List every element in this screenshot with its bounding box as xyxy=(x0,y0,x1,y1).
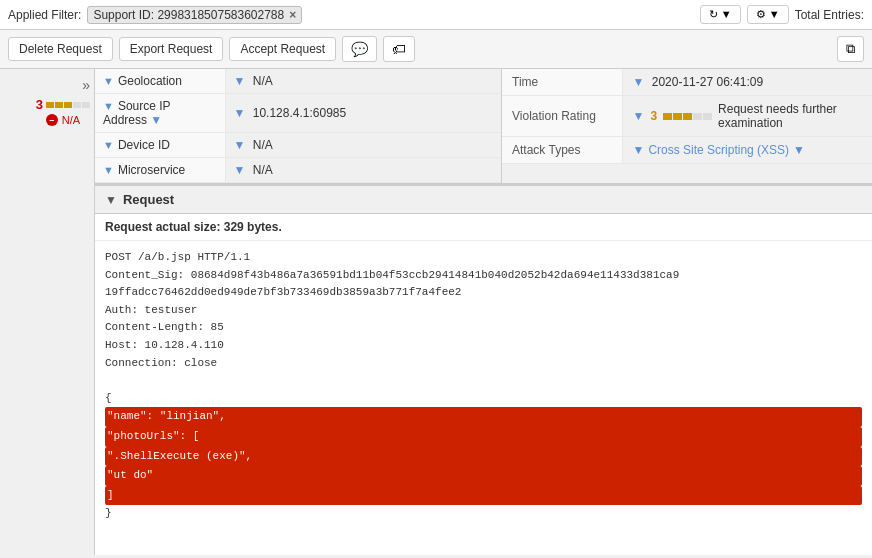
filter-icon[interactable]: ▼ xyxy=(103,75,114,87)
severity-number: 3 xyxy=(36,97,43,112)
attack-types-label: Attack Types xyxy=(502,137,622,164)
external-link-button[interactable]: ⧉ xyxy=(837,36,864,62)
bar-seg-2 xyxy=(55,102,63,108)
attack-types-row: Attack Types ▼ Cross Site Scripting (XSS… xyxy=(502,137,872,164)
filter-icon[interactable]: ▼ xyxy=(103,100,114,112)
time-row: Time ▼ 2020-11-27 06:41:09 xyxy=(502,69,872,96)
filter-label: Applied Filter: xyxy=(8,8,81,22)
vr-filter-icon[interactable]: ▼ xyxy=(633,109,645,123)
filter-active-icon[interactable]: ▼ xyxy=(234,163,246,177)
full-bottom: ▼ Request Request actual size: 329 bytes… xyxy=(95,184,872,555)
violation-rating-content: ▼ 3 Request needs fur xyxy=(633,102,863,130)
source-ip-value: ▼ 10.128.4.1:60985 xyxy=(225,94,501,133)
attack-types-text: Cross Site Scripting (XSS) xyxy=(648,143,789,157)
action-bar: Delete Request Export Request Accept Req… xyxy=(0,30,872,69)
severity-badge: 3 – N/A xyxy=(36,97,90,126)
vr-bar-3 xyxy=(683,113,692,120)
request-line-highlight: ".ShellExecute (exe)", xyxy=(105,447,862,467)
request-line: 19ffadcc76462dd0ed949de7bf3b733469db3859… xyxy=(105,284,862,302)
request-header[interactable]: ▼ Request xyxy=(95,186,872,214)
filter-bar: Applied Filter: Support ID: 299831850758… xyxy=(0,0,872,30)
time-value: ▼ 2020-11-27 06:41:09 xyxy=(622,69,872,96)
bar-seg-3 xyxy=(64,102,72,108)
request-size: Request actual size: 329 bytes. xyxy=(95,214,872,241)
attack-filter-icon[interactable]: ▼ xyxy=(633,143,645,157)
request-line: { xyxy=(105,390,862,408)
top-panels: ▼Geolocation ▼ N/A ▼Source IP Address ▼ xyxy=(95,69,872,184)
filter-active-icon[interactable]: ▼ xyxy=(234,138,246,152)
filter-value: Support ID: 2998318507583602788 xyxy=(93,8,284,22)
filter-tag: Support ID: 2998318507583602788 × xyxy=(87,6,302,24)
request-line-highlight: "ut do" xyxy=(105,466,862,486)
right-detail-table: Time ▼ 2020-11-27 06:41:09 Violation Rat… xyxy=(502,69,872,164)
violation-rating-label: Violation Rating xyxy=(502,96,622,137)
source-ip-dropdown-icon[interactable]: ▼ xyxy=(150,113,162,127)
flag-icon: ▼ xyxy=(234,74,246,88)
request-line-highlight: ] xyxy=(105,486,862,506)
request-section: ▼ Request Request actual size: 329 bytes… xyxy=(95,184,872,531)
severity-bars xyxy=(46,102,90,108)
refresh-button[interactable]: ↻ ▼ xyxy=(700,5,741,24)
request-collapse-icon: ▼ xyxy=(105,193,117,207)
settings-button[interactable]: ⚙ ▼ xyxy=(747,5,789,24)
expand-arrow-icon[interactable]: » xyxy=(82,77,90,93)
center-panel: ▼Geolocation ▼ N/A ▼Source IP Address ▼ xyxy=(95,69,502,183)
geolocation-label: ▼Geolocation xyxy=(95,69,225,94)
tag-button[interactable]: 🏷 xyxy=(383,36,415,62)
vr-bar-1 xyxy=(663,113,672,120)
request-line: Auth: testuser xyxy=(105,302,862,320)
request-line: Host: 10.128.4.110 xyxy=(105,337,862,355)
filter-bar-right: ↻ ▼ ⚙ ▼ Total Entries: xyxy=(700,5,864,24)
content-wrapper: ▼Geolocation ▼ N/A ▼Source IP Address ▼ xyxy=(95,69,872,555)
request-line: Content_Sig: 08684d98f43b486a7a36591bd11… xyxy=(105,267,862,285)
device-id-value: ▼ N/A xyxy=(225,133,501,158)
filter-close-icon[interactable]: × xyxy=(289,8,296,22)
vr-bars xyxy=(663,113,712,120)
attack-type-content: ▼ Cross Site Scripting (XSS) ▼ xyxy=(633,143,863,157)
right-panel: Time ▼ 2020-11-27 06:41:09 Violation Rat… xyxy=(502,69,872,183)
bar-seg-4 xyxy=(73,102,81,108)
filter-icon[interactable]: ▼ xyxy=(103,164,114,176)
vr-bar-2 xyxy=(673,113,682,120)
request-line: POST /a/b.jsp HTTP/1.1 xyxy=(105,249,862,267)
bar-seg-5 xyxy=(82,102,90,108)
request-line-highlight: "name": "linjian", xyxy=(105,407,862,427)
table-row: ▼Geolocation ▼ N/A xyxy=(95,69,501,94)
filter-active-icon[interactable]: ▼ xyxy=(234,106,246,120)
comment-button[interactable]: 💬 xyxy=(342,36,377,62)
table-row: ▼Source IP Address ▼ ▼ 10.128.4.1:60985 xyxy=(95,94,501,133)
filter-icon[interactable]: ▼ xyxy=(633,75,645,89)
request-line xyxy=(105,372,862,390)
violation-rating-value: ▼ 3 Request needs fur xyxy=(622,96,872,137)
table-row: ▼Device ID ▼ N/A xyxy=(95,133,501,158)
total-entries-label: Total Entries: xyxy=(795,8,864,22)
delete-request-button[interactable]: Delete Request xyxy=(8,37,113,61)
red-circle-icon: – xyxy=(46,114,58,126)
violation-rating-row: Violation Rating ▼ 3 xyxy=(502,96,872,137)
request-line-highlight: "photoUrls": [ xyxy=(105,427,862,447)
left-sidebar: » 3 – N/A xyxy=(0,69,95,555)
request-line: } xyxy=(105,505,862,523)
accept-request-button[interactable]: Accept Request xyxy=(229,37,336,61)
severity-na-label: N/A xyxy=(62,114,80,126)
time-label: Time xyxy=(502,69,622,96)
table-row: ▼Microservice ▼ N/A xyxy=(95,158,501,183)
request-title: Request xyxy=(123,192,174,207)
bar-seg-1 xyxy=(46,102,54,108)
microservice-label: ▼Microservice xyxy=(95,158,225,183)
request-line: Connection: close xyxy=(105,355,862,373)
filter-icon[interactable]: ▼ xyxy=(103,139,114,151)
violation-rating-text: Request needs further examination xyxy=(718,102,862,130)
geolocation-value: ▼ N/A xyxy=(225,69,501,94)
request-body: POST /a/b.jsp HTTP/1.1 Content_Sig: 0868… xyxy=(95,241,872,531)
vr-bar-4 xyxy=(693,113,702,120)
attack-types-value: ▼ Cross Site Scripting (XSS) ▼ xyxy=(622,137,872,164)
request-line: Content-Length: 85 xyxy=(105,319,862,337)
vr-bar-5 xyxy=(703,113,712,120)
export-request-button[interactable]: Export Request xyxy=(119,37,224,61)
microservice-value: ▼ N/A xyxy=(225,158,501,183)
device-id-label: ▼Device ID xyxy=(95,133,225,158)
detail-table: ▼Geolocation ▼ N/A ▼Source IP Address ▼ xyxy=(95,69,501,183)
attack-dropdown-icon[interactable]: ▼ xyxy=(793,143,805,157)
vr-number: 3 xyxy=(650,109,657,123)
